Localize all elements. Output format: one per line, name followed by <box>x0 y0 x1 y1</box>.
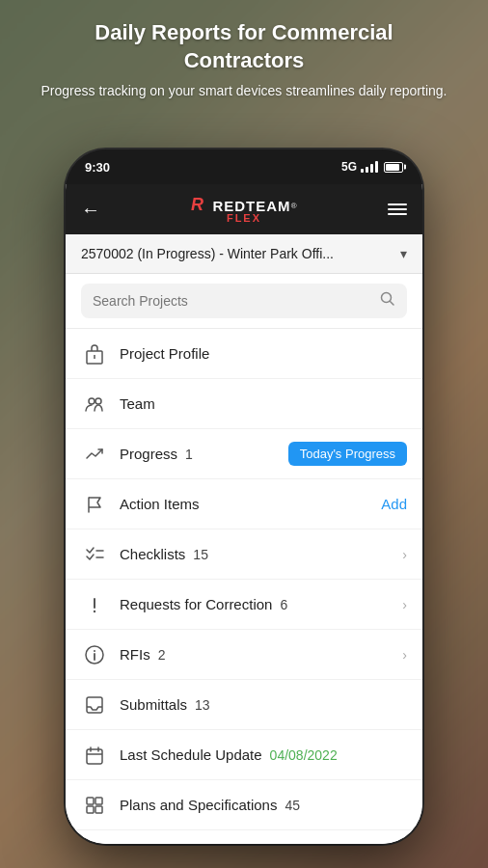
svg-point-14 <box>94 650 95 652</box>
page-subtitle: Progress tracking on your smart devices … <box>39 82 449 101</box>
menu-item-team[interactable]: Team <box>66 379 422 429</box>
battery-icon <box>384 162 403 173</box>
svg-rect-23 <box>95 806 102 813</box>
calendar-icon <box>81 742 108 769</box>
team-icon <box>81 391 108 418</box>
submittals-label: Submittals 13 <box>120 696 407 713</box>
checklists-label: Checklists 15 <box>120 546 402 562</box>
logo-r-icon: R <box>191 195 208 216</box>
progress-label: Progress 1 <box>120 446 288 462</box>
chevron-right-icon-rfc: › <box>402 597 407 612</box>
svg-line-2 <box>391 302 394 306</box>
signal-icon <box>361 161 378 173</box>
add-action-item-button[interactable]: Add <box>381 496 407 512</box>
menu-item-submittals[interactable]: Submittals 13 <box>66 680 422 730</box>
search-input[interactable] <box>93 293 380 309</box>
logo-flex: FLEX <box>227 212 261 224</box>
search-box[interactable] <box>81 284 407 318</box>
team-label: Team <box>120 395 407 412</box>
menu-item-requests-for-correction[interactable]: Requests for Correction 6 › <box>66 580 422 630</box>
app-logo: R REDTEAM® FLEX <box>108 195 380 224</box>
status-right: 5G <box>341 160 403 174</box>
chevron-right-icon: › <box>402 547 407 562</box>
inbox-icon <box>81 692 108 719</box>
menu-item-plans-specs[interactable]: Plans and Specifications 45 <box>66 780 422 830</box>
menu-item-checklists[interactable]: Checklists 15 › <box>66 529 422 580</box>
action-items-label: Action Items <box>120 496 381 512</box>
phone-shell: 9:30 5G ← R <box>66 149 422 844</box>
network-label: 5G <box>341 160 357 174</box>
search-container <box>66 274 422 329</box>
nav-bar: ← R REDTEAM® FLEX <box>66 184 422 234</box>
building-icon <box>81 340 108 367</box>
menu-list: Project Profile Team <box>66 329 422 844</box>
status-time: 9:30 <box>85 160 110 175</box>
project-profile-label: Project Profile <box>120 345 407 362</box>
search-icon <box>380 291 395 311</box>
logo-text: REDTEAM <box>212 198 290 214</box>
menu-item-progress[interactable]: Progress 1 Today's Progress <box>66 429 422 479</box>
menu-item-action-items[interactable]: Action Items Add <box>66 479 422 529</box>
project-selector[interactable]: 2570002 (In Progress) - Winter Park Offi… <box>66 234 422 274</box>
last-schedule-label: Last Schedule Update 04/08/2022 <box>120 746 407 763</box>
grid-icon <box>81 792 108 819</box>
info-icon <box>81 641 108 668</box>
menu-button[interactable] <box>380 200 407 219</box>
rfis-label: RFIs 2 <box>120 646 402 663</box>
app-content: ← R REDTEAM® FLEX <box>66 184 422 844</box>
svg-rect-22 <box>87 806 94 813</box>
logo-trademark: ® <box>291 202 297 210</box>
project-name: 2570002 (In Progress) - Winter Park Offi… <box>81 246 334 261</box>
status-bar: 9:30 5G <box>66 149 422 184</box>
svg-point-11 <box>94 610 95 611</box>
page-header: Daily Reports for Commercial Contractors… <box>0 19 488 101</box>
menu-item-rfis[interactable]: RFIs 2 › <box>66 630 422 680</box>
svg-rect-16 <box>87 749 102 764</box>
dropdown-arrow-icon: ▾ <box>400 246 407 261</box>
svg-text:R: R <box>191 195 203 214</box>
menu-item-last-schedule-update[interactable]: Last Schedule Update 04/08/2022 <box>66 730 422 780</box>
plans-specs-label: Plans and Specifications 45 <box>120 797 407 813</box>
exclamation-icon <box>81 591 108 618</box>
checklist-icon <box>81 541 108 568</box>
back-button[interactable]: ← <box>81 195 108 225</box>
hamburger-icon <box>388 203 407 205</box>
svg-point-5 <box>89 398 95 404</box>
svg-rect-20 <box>87 798 94 804</box>
menu-item-project-profile[interactable]: Project Profile <box>66 329 422 379</box>
progress-icon <box>81 441 108 468</box>
chevron-right-icon-rfis: › <box>402 647 407 663</box>
page-title: Daily Reports for Commercial Contractors <box>39 19 449 74</box>
svg-point-6 <box>95 398 101 404</box>
svg-rect-21 <box>95 798 102 804</box>
flag-icon <box>81 491 108 518</box>
requests-correction-label: Requests for Correction 6 <box>120 596 402 612</box>
todays-progress-button[interactable]: Today's Progress <box>288 442 407 466</box>
